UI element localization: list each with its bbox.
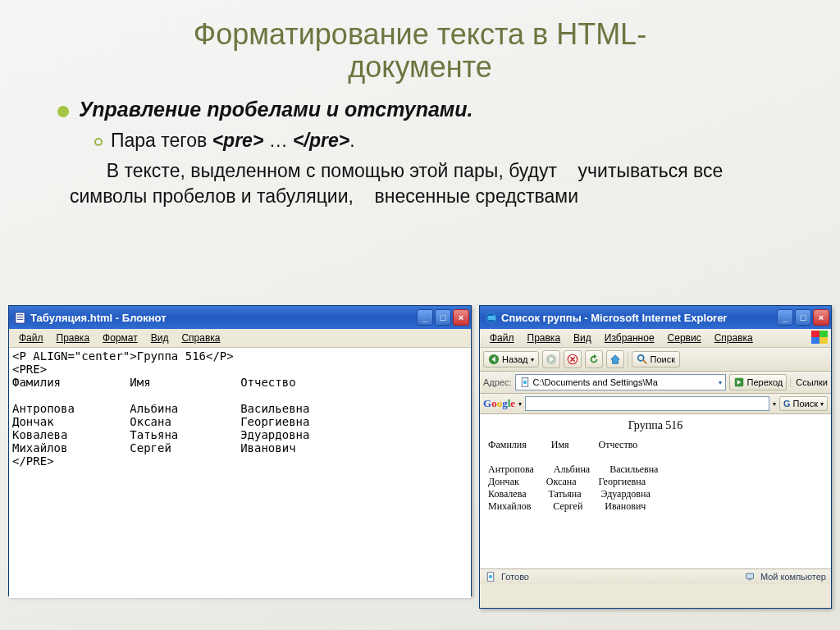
address-value: C:\Documents and Settings\Ма — [533, 377, 658, 387]
page-icon — [485, 571, 496, 582]
bullet2-prefix: Пара тегов — [111, 130, 212, 151]
dropdown-icon[interactable]: ▾ — [719, 379, 722, 386]
ie-window-buttons: _ □ × — [777, 309, 829, 326]
status-ready: Готово — [501, 572, 529, 582]
ie-menu-file[interactable]: Файл — [483, 331, 521, 345]
close-button[interactable]: × — [813, 309, 829, 326]
ie-menu-tools[interactable]: Сервис — [661, 331, 708, 345]
ie-menu-view[interactable]: Вид — [567, 331, 598, 345]
menu-file[interactable]: Файл — [12, 331, 50, 345]
google-search-input[interactable] — [525, 396, 769, 411]
back-icon — [488, 354, 500, 365]
menu-edit[interactable]: Правка — [50, 331, 97, 345]
bullet-ring-icon — [94, 138, 103, 146]
ie-titlebar[interactable]: Список группы - Microsoft Internet Explo… — [480, 306, 831, 329]
refresh-icon — [588, 354, 600, 365]
google-toolbar: Google ▾ ▾ G Поиск ▾ — [480, 394, 831, 414]
body-text: В тексте, выделенном с помощью этой пары… — [70, 158, 774, 209]
notepad-window: Табуляция.html - Блокнот _ □ × Файл Прав… — [8, 305, 472, 596]
stop-icon — [567, 354, 578, 365]
page-pre-text: Фамилия Имя Отчество Антропова Альбина В… — [488, 439, 823, 513]
ie-menu-favorites[interactable]: Избранное — [598, 331, 661, 345]
home-button[interactable] — [606, 350, 624, 368]
forward-button[interactable] — [542, 350, 560, 368]
slide-title: Форматирование текста в HTML- документе — [0, 18, 840, 83]
svg-rect-16 — [748, 579, 752, 581]
page-icon — [519, 377, 531, 388]
windows-flag-icon — [811, 331, 828, 344]
page-heading: Группа 516 — [488, 419, 823, 432]
svg-point-11 — [523, 381, 527, 385]
links-label[interactable]: Ссылки — [790, 377, 828, 387]
ie-addressbar: Адрес: C:\Documents and Settings\Ма ▾ Пе… — [480, 372, 831, 394]
svg-line-9 — [642, 360, 646, 363]
menu-view[interactable]: Вид — [144, 331, 176, 345]
address-label: Адрес: — [483, 377, 512, 387]
svg-point-8 — [637, 355, 643, 361]
address-input[interactable]: C:\Documents and Settings\Ма ▾ — [515, 374, 726, 390]
back-label: Назад — [502, 354, 528, 364]
ie-window: Список группы - Microsoft Internet Explo… — [479, 305, 832, 609]
ie-menubar: Файл Правка Вид Избранное Сервис Справка — [480, 329, 831, 348]
ie-menu-edit[interactable]: Правка — [521, 331, 568, 345]
dropdown-icon: ▾ — [820, 400, 824, 408]
menu-help[interactable]: Справка — [175, 331, 226, 345]
maximize-button[interactable]: □ — [435, 309, 451, 326]
bullet-1-row: Управление пробелами и отступами. — [25, 98, 815, 121]
search-label: Поиск — [651, 354, 675, 364]
minimize-button[interactable]: _ — [777, 309, 793, 326]
title-line1: Форматирование текста в HTML- — [194, 17, 646, 51]
title-line2: документе — [348, 50, 492, 84]
bullet-2-text: Пара тегов <pre> … </pre>. — [111, 130, 355, 152]
svg-rect-15 — [746, 573, 753, 578]
home-icon — [609, 354, 621, 365]
ie-icon — [485, 312, 497, 324]
ie-title: Список группы - Microsoft Internet Explo… — [501, 312, 777, 324]
bullet-1-text: Управление пробелами и отступами. — [79, 98, 473, 121]
notepad-textarea[interactable]: <P ALIGN="center">Группа 516</P> <PRE> Ф… — [9, 348, 471, 598]
ie-navigation-toolbar: Назад ▾ Поиск — [480, 348, 831, 372]
svg-rect-0 — [16, 312, 25, 322]
notepad-titlebar[interactable]: Табуляция.html - Блокнот _ □ × — [9, 306, 471, 329]
go-label: Переход — [747, 377, 783, 387]
computer-icon — [744, 571, 756, 582]
bullet-dot-icon — [57, 106, 69, 117]
minimize-button[interactable]: _ — [417, 309, 433, 326]
search-button[interactable]: Поиск — [632, 351, 680, 368]
stop-button[interactable] — [564, 350, 582, 368]
notepad-icon — [14, 312, 26, 324]
notepad-menubar: Файл Правка Формат Вид Справка — [9, 329, 471, 348]
close-button[interactable]: × — [453, 309, 469, 326]
google-search-label: Поиск — [793, 399, 818, 409]
search-icon — [637, 354, 648, 365]
dropdown-icon: ▾ — [531, 356, 534, 363]
ie-statusbar: Готово Мой компьютер — [480, 568, 831, 584]
google-search-button[interactable]: G Поиск ▾ — [779, 396, 828, 411]
forward-icon — [546, 354, 557, 365]
back-button[interactable]: Назад ▾ — [483, 351, 539, 368]
svg-point-14 — [489, 575, 493, 579]
go-icon — [733, 377, 745, 388]
notepad-window-buttons: _ □ × — [417, 309, 469, 326]
bullet-2-row: Пара тегов <pre> … </pre>. — [94, 130, 815, 152]
menu-format[interactable]: Формат — [96, 331, 144, 345]
notepad-title: Табуляция.html - Блокнот — [30, 312, 417, 324]
ie-menu-help[interactable]: Справка — [708, 331, 760, 345]
slide-content: Управление пробелами и отступами. Пара т… — [25, 98, 815, 209]
maximize-button[interactable]: □ — [795, 309, 811, 326]
google-logo-icon: Google — [483, 397, 515, 410]
dropdown-icon[interactable]: ▾ — [518, 400, 522, 408]
bullet2-open: <pre> — [212, 130, 264, 151]
bullet2-dots: … — [263, 130, 293, 151]
dropdown-icon[interactable]: ▾ — [773, 400, 776, 408]
bullet2-suffix: . — [349, 130, 354, 151]
bullet2-close: </pre> — [293, 130, 349, 151]
refresh-button[interactable] — [585, 350, 603, 368]
ie-page-content: Группа 516 Фамилия Имя Отчество Антропов… — [480, 414, 831, 568]
go-button[interactable]: Переход — [729, 374, 788, 390]
status-zone: Мой компьютер — [760, 572, 826, 582]
